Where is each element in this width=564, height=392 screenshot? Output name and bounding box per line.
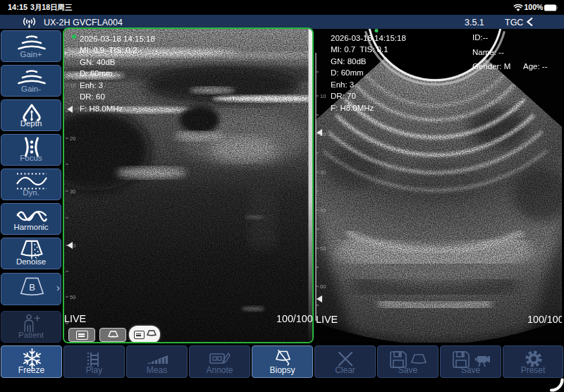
svg-text:10: 10 <box>70 82 75 89</box>
svg-text:30: 30 <box>70 188 75 195</box>
svg-text:40: 40 <box>320 207 326 214</box>
svg-text:50: 50 <box>70 294 75 300</box>
svg-text:20: 20 <box>70 135 75 142</box>
svg-text:B: B <box>29 282 35 293</box>
svg-text:60: 60 <box>320 283 326 290</box>
svg-text:30: 30 <box>320 169 326 176</box>
svg-text:50: 50 <box>320 245 326 252</box>
svg-text:10: 10 <box>320 93 326 99</box>
